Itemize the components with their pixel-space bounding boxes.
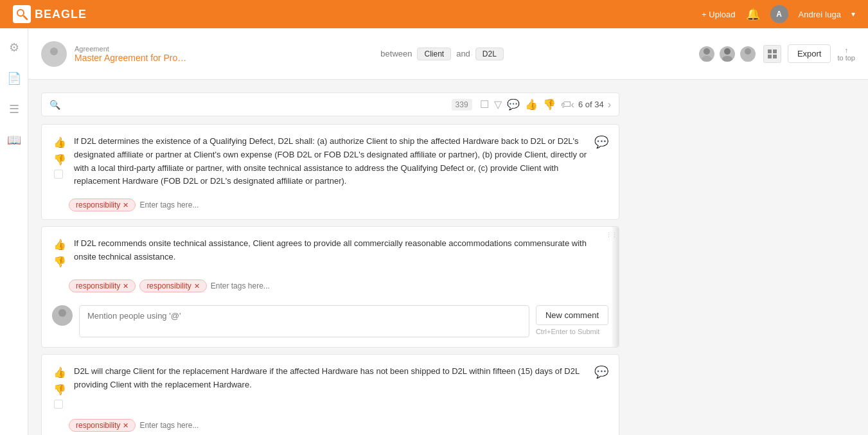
- search-input[interactable]: [68, 100, 444, 109]
- card-body: 👍 👎 If D2L recommends onsite technical a…: [42, 227, 619, 277]
- to-top-arrow: ↑: [844, 46, 848, 54]
- between-label: between: [380, 49, 412, 58]
- thumbs-down-button[interactable]: 👎: [52, 152, 67, 167]
- subheader-right: Export ↑ to top: [698, 44, 855, 63]
- collaborator-avatars: [698, 45, 757, 63]
- card-body: 👍 👎 D2L will charge Client for the repla…: [42, 355, 619, 416]
- search-icon: 🔍: [49, 100, 60, 110]
- and-label: and: [456, 49, 470, 58]
- tag-label: responsibility: [76, 421, 120, 430]
- svg-point-14: [56, 319, 69, 324]
- thumbs-up-icon[interactable]: 👍: [525, 98, 538, 111]
- grid-view-button[interactable]: [763, 45, 781, 63]
- checkbox-icon[interactable]: ☐: [480, 98, 489, 111]
- logo[interactable]: BEAGLE: [13, 5, 87, 23]
- tag-input[interactable]: [211, 281, 307, 290]
- svg-rect-12: [773, 55, 777, 58]
- thumbs-down-icon[interactable]: 👎: [543, 98, 556, 111]
- drag-dots-icon: ⋮⋮: [606, 232, 617, 238]
- tags-row: responsibility ✕: [42, 416, 619, 435]
- comment-filter-icon[interactable]: 💬: [507, 98, 520, 111]
- vote-col: 👍 👎: [52, 365, 67, 409]
- filter-bar: 🔍 339 ☐ ▽ 💬 👍 👎 🏷 ‹ 6 of 34 ›: [41, 93, 619, 116]
- tag-remove-button[interactable]: ✕: [123, 201, 128, 209]
- pagination-text: 6 of 34: [578, 100, 604, 109]
- doc-label: Agreement: [75, 45, 186, 53]
- svg-point-1: [50, 48, 58, 55]
- result-count: 339: [452, 99, 472, 111]
- thumbs-down-button[interactable]: 👎: [52, 254, 67, 269]
- card-body: 👍 👎 If D2L determines the existence of a…: [42, 125, 619, 196]
- avatar: A: [770, 5, 788, 23]
- sidebar-item-document[interactable]: 📄: [5, 69, 23, 87]
- sidebar-item-list[interactable]: ☰: [5, 100, 23, 118]
- bell-icon[interactable]: 🔔: [746, 7, 760, 21]
- export-button[interactable]: Export: [788, 44, 831, 63]
- upload-button[interactable]: + Upload: [702, 10, 735, 19]
- svg-point-4: [702, 56, 712, 62]
- svg-point-0: [17, 10, 24, 16]
- doc-info: Agreement Master Agreement for Pro…: [75, 45, 186, 63]
- svg-rect-11: [768, 55, 772, 58]
- tag-remove-button[interactable]: ✕: [123, 422, 128, 430]
- to-top-button[interactable]: ↑ to top: [837, 46, 855, 62]
- sidebar-item-settings[interactable]: ⚙: [5, 39, 23, 57]
- prev-page-button[interactable]: ‹: [571, 99, 574, 111]
- card-checkbox[interactable]: [54, 400, 63, 409]
- svg-rect-9: [768, 49, 772, 53]
- thumbs-up-button[interactable]: 👍: [52, 365, 67, 380]
- card-text: If D2L recommends onsite technical assis…: [74, 237, 608, 269]
- thumbs-down-button[interactable]: 👎: [52, 382, 67, 397]
- tag-input[interactable]: [139, 200, 236, 209]
- card-checkbox[interactable]: [54, 170, 63, 179]
- filter-icons: ☐ ▽ 💬 👍 👎 🏷: [480, 98, 571, 111]
- thumbs-up-button[interactable]: 👍: [52, 135, 67, 150]
- doc-avatar: [41, 41, 67, 67]
- tag-pill: responsibility ✕: [69, 419, 136, 432]
- tag-pill-1: responsibility ✕: [69, 280, 136, 292]
- comment-textarea[interactable]: [79, 305, 529, 337]
- sidebar-item-book[interactable]: 📖: [5, 131, 23, 149]
- party1-pill[interactable]: Client: [417, 48, 451, 60]
- party2-pill[interactable]: D2L: [475, 48, 504, 60]
- collab-avatar-3: [739, 45, 757, 63]
- tag-input[interactable]: [139, 421, 236, 430]
- commenter-avatar: [52, 305, 73, 326]
- tag-icon[interactable]: 🏷: [561, 99, 571, 111]
- filter-funnel-icon[interactable]: ▽: [494, 98, 502, 111]
- sidebar: ⚙ 📄 ☰ 📖: [0, 28, 28, 435]
- navbar-left: BEAGLE: [13, 5, 87, 23]
- search-input-wrap: [68, 100, 444, 109]
- pagination: ‹ 6 of 34 ›: [571, 99, 611, 111]
- comment-submit-col: New comment Ctrl+Enter to Submit: [536, 305, 608, 335]
- comment-card: 👍 👎 D2L will charge Client for the repla…: [41, 354, 619, 435]
- tag-remove-button[interactable]: ✕: [123, 282, 128, 290]
- vote-col: 👍 👎: [52, 237, 67, 269]
- thumbs-up-button[interactable]: 👍: [52, 237, 67, 252]
- doc-title[interactable]: Master Agreement for Pro…: [75, 53, 186, 63]
- drag-handle[interactable]: ⋮⋮: [611, 227, 619, 347]
- collab-avatar-2: [718, 45, 736, 63]
- svg-rect-10: [773, 49, 777, 53]
- comment-bubble-icon[interactable]: 💬: [594, 135, 608, 149]
- new-comment-button[interactable]: New comment: [536, 305, 608, 325]
- tag-pill: responsibility ✕: [69, 199, 136, 211]
- tag-remove-button[interactable]: ✕: [194, 282, 200, 290]
- logo-icon: [13, 5, 31, 23]
- navbar: BEAGLE + Upload 🔔 A Andrei Iuga ▾: [0, 0, 868, 28]
- to-top-label: to top: [837, 54, 855, 62]
- tag-label: responsibility: [76, 281, 120, 290]
- comment-card: 👍 👎 If D2L determines the existence of a…: [41, 124, 619, 220]
- svg-point-3: [704, 48, 710, 55]
- tags-row: responsibility ✕ responsibility ✕: [42, 277, 619, 300]
- user-name: Andrei Iuga: [799, 10, 842, 19]
- next-page-button[interactable]: ›: [608, 99, 611, 111]
- subheader: Agreement Master Agreement for Pro… betw…: [28, 28, 868, 80]
- card-text: D2L will charge Client for the replaceme…: [74, 365, 588, 409]
- subheader-left: Agreement Master Agreement for Pro…: [41, 41, 186, 67]
- comment-bubble-icon[interactable]: 💬: [594, 365, 608, 379]
- navbar-right: + Upload 🔔 A Andrei Iuga ▾: [702, 5, 855, 23]
- user-dropdown-arrow[interactable]: ▾: [851, 10, 855, 19]
- comment-input-wrap: [79, 305, 529, 339]
- tag-label: responsibility: [76, 200, 120, 209]
